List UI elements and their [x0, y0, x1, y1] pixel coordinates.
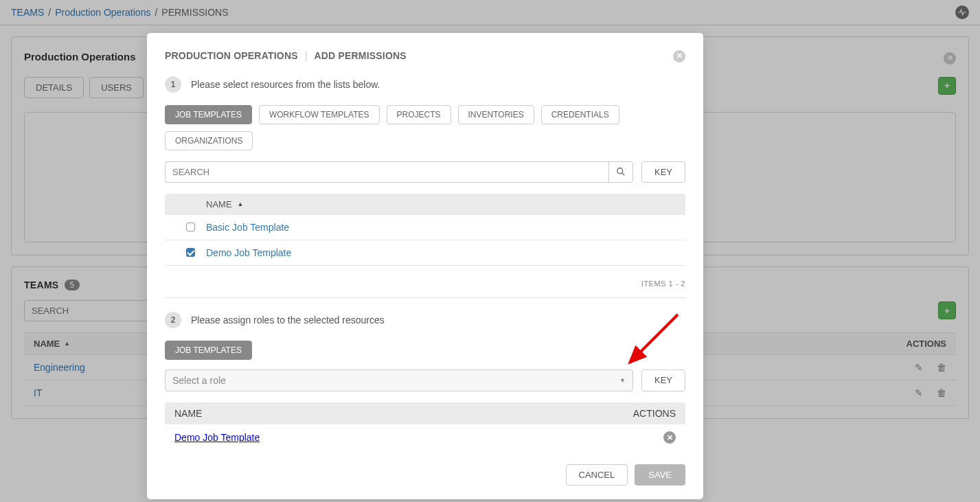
sort-asc-icon: ▲ [238, 201, 244, 207]
modal-title-team: PRODUCTION OPERATIONS [165, 50, 298, 61]
step-1-badge: 1 [165, 76, 181, 93]
modal-close-icon[interactable]: ✕ [673, 49, 685, 62]
step-2-text: Please assign roles to the selected reso… [191, 315, 385, 326]
step-1: 1 Please select resources from the lists… [165, 76, 685, 93]
resource-link[interactable]: Demo Job Template [206, 247, 291, 258]
col-name-header: NAME [174, 408, 202, 419]
col-actions-header: ACTIONS [633, 408, 676, 419]
resource-list-header: NAME ▲ [165, 194, 685, 215]
resource-search-input[interactable] [165, 161, 608, 183]
key-button[interactable]: KEY [641, 161, 685, 183]
step-2: 2 Please assign roles to the selected re… [165, 312, 685, 328]
chevron-down-icon: ▼ [619, 377, 626, 384]
row-checkbox[interactable] [186, 223, 195, 231]
svg-point-0 [617, 168, 623, 174]
pill-projects[interactable]: PROJECTS [387, 105, 451, 124]
pill-credentials[interactable]: CREDENTIALS [541, 105, 619, 124]
list-item: Demo Job Template [165, 240, 685, 266]
search-icon [616, 167, 626, 176]
remove-selected-icon[interactable]: ✕ [663, 431, 676, 444]
pill-job-templates[interactable]: JOB TEMPLATES [165, 105, 252, 124]
role-select-placeholder: Select a role [172, 375, 226, 386]
svg-line-1 [622, 173, 625, 176]
role-select[interactable]: Select a role ▼ [165, 369, 633, 391]
save-button[interactable]: SAVE [635, 464, 685, 486]
key-button[interactable]: KEY [641, 369, 685, 391]
resource-link[interactable]: Basic Job Template [206, 222, 289, 233]
pill-organizations[interactable]: ORGANIZATIONS [165, 131, 253, 150]
selected-resource-pill[interactable]: JOB TEMPLATES [165, 341, 252, 360]
selected-list-header: NAME ACTIONS [165, 402, 685, 424]
selected-resource-link[interactable]: Demo Job Template [174, 432, 260, 443]
step-2-badge: 2 [165, 312, 181, 328]
divider [165, 297, 685, 298]
col-name-header[interactable]: NAME [206, 199, 232, 209]
items-count: ITEMS 1 - 2 [165, 279, 685, 288]
step-1-text: Please select resources from the lists b… [191, 79, 380, 90]
row-checkbox[interactable] [186, 248, 195, 257]
modal-title-separator: | [305, 50, 308, 61]
resource-type-tabs: JOB TEMPLATES WORKFLOW TEMPLATES PROJECT… [165, 105, 685, 150]
add-permissions-modal: PRODUCTION OPERATIONS | ADD PERMISSIONS … [147, 33, 703, 499]
list-item: Basic Job Template [165, 215, 685, 240]
modal-title-action: ADD PERMISSIONS [314, 50, 406, 61]
selected-row: Demo Job Template ✕ [165, 424, 685, 451]
pill-inventories[interactable]: INVENTORIES [458, 105, 534, 124]
cancel-button[interactable]: CANCEL [566, 464, 628, 486]
pill-workflow-templates[interactable]: WORKFLOW TEMPLATES [259, 105, 380, 124]
search-button[interactable] [608, 161, 633, 183]
